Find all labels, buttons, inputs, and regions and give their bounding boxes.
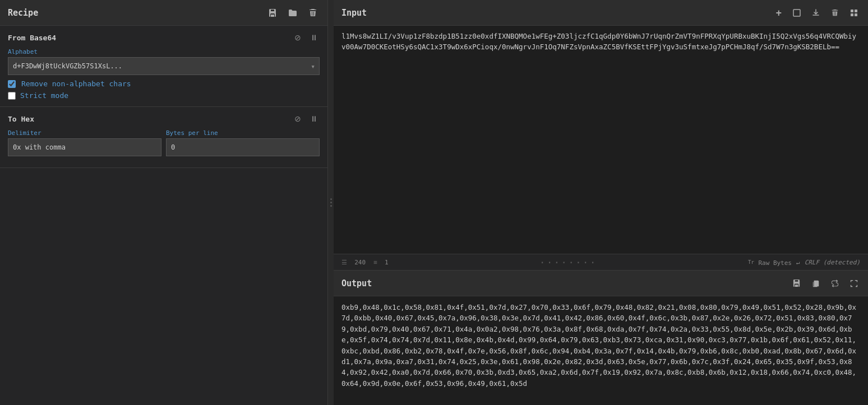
save-output-icon [792, 279, 801, 287]
svg-rect-0 [793, 10, 800, 16]
trash2-icon [831, 9, 839, 17]
drag-dot-3 [330, 205, 332, 207]
alphabet-label: Alphabet [8, 48, 320, 55]
input-section: Input + [334, 0, 868, 271]
grid-icon [850, 9, 858, 17]
svg-rect-1 [851, 10, 853, 12]
svg-rect-4 [855, 13, 857, 16]
strict-mode-checkbox[interactable] [8, 92, 16, 100]
input-title: Input [341, 8, 367, 18]
resize-dots-display: ········ [539, 257, 597, 268]
copy-output-button[interactable] [810, 278, 822, 288]
pause-from-base64-button[interactable]: ⏸ [308, 32, 320, 43]
bytes-per-line-input[interactable] [166, 138, 320, 156]
add-input-button[interactable]: + [773, 7, 784, 19]
output-section: Output [334, 271, 868, 405]
resize-indicator: ········ [539, 257, 597, 268]
drag-handle-dots [330, 198, 332, 207]
replace-icon [831, 280, 839, 287]
drag-dot-1 [330, 198, 332, 200]
trash-icon [308, 8, 317, 17]
output-header-icons [790, 278, 860, 288]
replace-input-button[interactable] [829, 278, 841, 288]
import-icon [812, 9, 820, 17]
from-base64-title: From Base64 [8, 34, 56, 42]
folder-icon [288, 8, 297, 17]
to-hex-controls: ⊘ ⏸ [293, 114, 320, 124]
from-base64-controls: ⊘ ⏸ [293, 32, 320, 43]
input-header: Input + [334, 0, 868, 26]
remove-non-alpha-label: Remove non-alphabet chars [21, 80, 131, 88]
recipe-header: Recipe [0, 0, 327, 26]
pause-to-hex-button[interactable]: ⏸ [308, 114, 320, 124]
output-title: Output [341, 278, 372, 288]
remove-non-alpha-row: Remove non-alphabet chars [8, 80, 320, 88]
to-hex-header: To Hex ⊘ ⏸ [8, 114, 320, 124]
save-icon [268, 8, 277, 17]
alphabet-select[interactable]: d+F3DwWj8tUckVGZb57S1XsL... [8, 57, 320, 75]
input-text-area[interactable]: l1Mvs8wZ1LI/v3Vup1zF8bzdp1B51zz0e0xdfIXN… [334, 26, 868, 254]
text-icon: Tr [748, 258, 755, 265]
plus-icon: + [775, 8, 782, 18]
left-panel: Recipe From Base64 ⊘ [0, 0, 328, 405]
delimiter-input[interactable] [8, 138, 161, 156]
delimiter-group: Delimiter [8, 129, 161, 156]
alphabet-group: Alphabet d+F3DwWj8tUckVGZb57S1XsL... [8, 48, 320, 75]
svg-rect-2 [855, 10, 857, 12]
disable-from-base64-button[interactable]: ⊘ [293, 32, 303, 43]
grid-input-button[interactable] [848, 8, 860, 18]
fullscreen-icon [850, 280, 858, 287]
svg-text:Tr: Tr [748, 259, 754, 265]
line-count: ≡ 1 [373, 259, 389, 266]
recipe-header-icons [266, 7, 320, 18]
bytes-per-line-label: Bytes per line [166, 129, 320, 137]
fullscreen-output-button[interactable] [848, 278, 860, 288]
remove-non-alpha-checkbox[interactable] [8, 80, 16, 88]
delimiter-label: Delimiter [8, 129, 161, 137]
from-base64-section: From Base64 ⊘ ⏸ Alphabet d+F3DwWj8tUckVG… [0, 26, 327, 107]
output-text-area[interactable]: 0xb9,0x48,0x1c,0x58,0x81,0x4f,0x51,0x7d,… [334, 296, 868, 405]
from-base64-header: From Base64 ⊘ ⏸ [8, 32, 320, 43]
panel-resize-handle[interactable] [328, 0, 334, 405]
strict-mode-row: Strict mode [8, 91, 320, 100]
crlf-arrow: ↵ [796, 259, 800, 266]
save-recipe-button[interactable] [266, 7, 279, 18]
status-left: ☰ 240 ≡ 1 [341, 259, 389, 266]
crlf-label: CRLF (detected) [805, 259, 860, 266]
recipe-title: Recipe [8, 8, 38, 18]
drag-dot-2 [330, 202, 332, 203]
bytes-per-line-group: Bytes per line [166, 129, 320, 156]
output-header: Output [334, 271, 868, 296]
to-hex-title: To Hex [8, 115, 34, 123]
disable-to-hex-button[interactable]: ⊘ [293, 114, 303, 124]
delete-input-button[interactable] [829, 8, 841, 18]
strict-mode-label: Strict mode [20, 91, 68, 100]
to-hex-fields: Delimiter Bytes per line [8, 129, 320, 161]
copy-icon [812, 280, 820, 287]
expand-icon [793, 9, 801, 17]
to-hex-section: To Hex ⊘ ⏸ Delimiter Bytes per line [0, 107, 327, 168]
input-header-icons: + [773, 7, 860, 19]
raw-bytes-button[interactable]: Tr Raw Bytes [748, 258, 792, 267]
svg-rect-3 [851, 13, 853, 16]
status-right: Tr Raw Bytes ↵ CRLF (detected) [748, 258, 860, 267]
input-status-bar: ☰ 240 ≡ 1 ········ Tr Raw Bytes ↵ [334, 254, 868, 271]
load-recipe-button[interactable] [286, 7, 299, 18]
clear-recipe-button[interactable] [306, 7, 320, 18]
right-panel: Input + [334, 0, 868, 405]
save-output-button[interactable] [790, 278, 803, 288]
char-count: ☰ 240 [341, 259, 366, 266]
import-input-button[interactable] [810, 8, 822, 18]
expand-input-button[interactable] [791, 8, 803, 18]
alphabet-select-wrapper: d+F3DwWj8tUckVGZb57S1XsL... [8, 57, 320, 75]
